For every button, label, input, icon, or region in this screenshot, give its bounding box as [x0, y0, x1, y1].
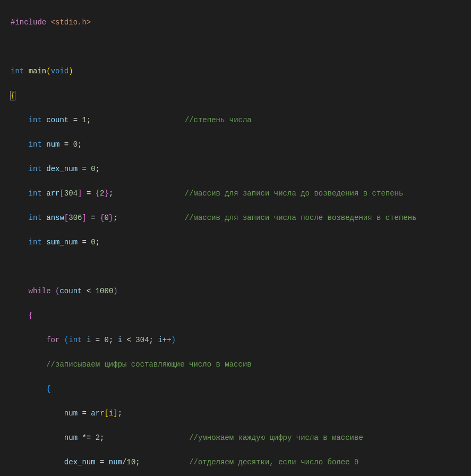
- var-num: num: [46, 140, 59, 149]
- var-dexnum: dex_num: [46, 165, 78, 173]
- include-header: <stdio.h>: [51, 18, 91, 27]
- op-increment: ++: [162, 336, 172, 344]
- semicolon: ;: [87, 116, 91, 124]
- comment: //отделяем десятки, если число более 9: [189, 458, 358, 466]
- num-literal: 0: [73, 140, 78, 149]
- var-count: count: [46, 116, 68, 124]
- brace-open: {: [46, 385, 50, 393]
- function-main: main: [29, 67, 47, 75]
- brace-open: {: [96, 189, 100, 198]
- keyword-int: int: [29, 189, 42, 198]
- comment: //массив для записи числа после возведен…: [185, 214, 417, 222]
- keyword-int: int: [11, 67, 24, 75]
- keyword-int: int: [29, 140, 42, 149]
- var-sumnum: sum_num: [46, 238, 78, 246]
- comment: //массив для записи числа до возведения …: [185, 189, 404, 198]
- bracket-close: ]: [78, 189, 82, 198]
- var-i: i: [87, 336, 91, 344]
- brace-open: {: [29, 311, 33, 320]
- code-editor[interactable]: #include <stdio.h> int main(void) { int …: [0, 0, 471, 476]
- keyword-while: while: [29, 287, 51, 295]
- num-literal: 306: [68, 214, 82, 222]
- keyword-int: int: [29, 214, 42, 222]
- num-literal: 1000: [96, 287, 114, 295]
- keyword-int: int: [29, 238, 42, 246]
- num-literal: 1: [82, 116, 86, 124]
- var-arr: arr: [46, 189, 59, 198]
- op-muleq: *=: [82, 434, 91, 442]
- brace-open: {: [10, 91, 15, 100]
- keyword-void: void: [51, 67, 69, 75]
- paren-close: ): [68, 67, 73, 75]
- op-eq: =: [73, 116, 78, 124]
- preproc-directive: #include: [11, 18, 46, 27]
- comment: //записываем цифры составляющие число в …: [46, 360, 251, 369]
- bracket-open: [: [59, 189, 64, 198]
- paren-open: (: [46, 67, 50, 75]
- comment: //степень числа: [185, 116, 252, 124]
- keyword-for: for: [46, 336, 59, 344]
- num-literal: 0: [105, 214, 109, 222]
- num-literal: 0: [91, 165, 95, 173]
- num-literal: 0: [91, 238, 95, 246]
- num-literal: 2: [100, 189, 104, 198]
- keyword-int: int: [29, 116, 42, 124]
- num-literal: 304: [64, 189, 78, 198]
- var-answ: answ: [46, 214, 64, 222]
- comment: //умножаем каждую цифру числа в массиве: [189, 434, 363, 442]
- keyword-int: int: [29, 165, 42, 173]
- brace-close: }: [105, 189, 109, 198]
